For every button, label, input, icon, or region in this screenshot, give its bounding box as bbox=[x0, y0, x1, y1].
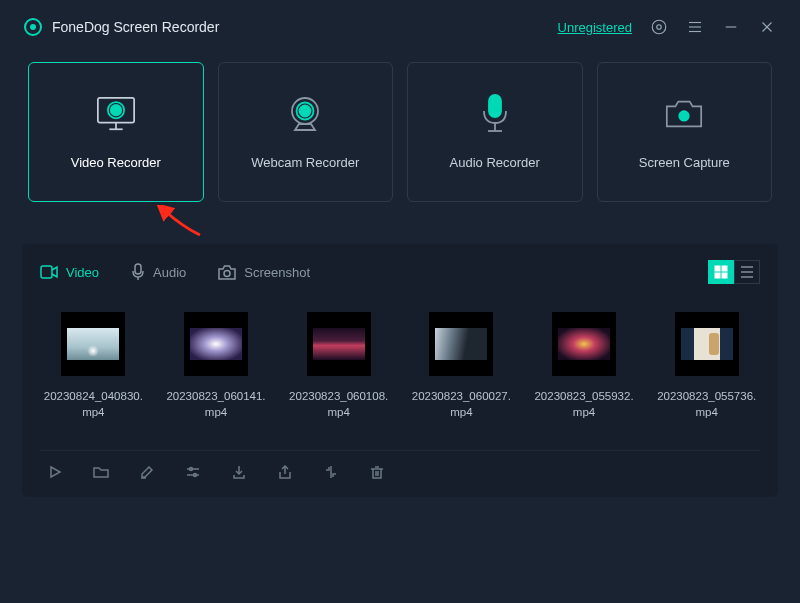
settings-sliders-icon[interactable] bbox=[184, 463, 202, 481]
mode-selector: Video Recorder Webcam Recorder Audio Rec… bbox=[0, 50, 800, 202]
tab-label: Audio bbox=[153, 265, 186, 280]
settings-icon[interactable] bbox=[650, 18, 668, 36]
file-name: 20230823_060108.mp4 bbox=[285, 388, 392, 420]
library-tabs: Video Audio Screenshot bbox=[40, 244, 760, 298]
tab-label: Screenshot bbox=[244, 265, 310, 280]
svg-rect-21 bbox=[41, 266, 52, 278]
svg-marker-32 bbox=[51, 467, 60, 477]
tab-audio[interactable]: Audio bbox=[131, 263, 186, 281]
tab-label: Video bbox=[66, 265, 99, 280]
svg-point-1 bbox=[657, 25, 662, 30]
svg-rect-28 bbox=[722, 273, 727, 278]
play-icon[interactable] bbox=[46, 463, 64, 481]
microphone-icon bbox=[474, 95, 516, 133]
mode-label: Webcam Recorder bbox=[251, 155, 359, 170]
registration-link[interactable]: Unregistered bbox=[558, 20, 632, 35]
title-right: Unregistered bbox=[558, 18, 776, 36]
folder-icon[interactable] bbox=[92, 463, 110, 481]
camera-icon bbox=[663, 95, 705, 133]
view-toggle bbox=[708, 260, 760, 284]
convert-icon[interactable] bbox=[322, 463, 340, 481]
thumbnail bbox=[184, 312, 248, 376]
thumbnail bbox=[61, 312, 125, 376]
annotation-arrow-icon bbox=[155, 205, 205, 240]
thumbnail bbox=[307, 312, 371, 376]
minimize-icon[interactable] bbox=[722, 18, 740, 36]
share-icon[interactable] bbox=[276, 463, 294, 481]
titlebar: FoneDog Screen Recorder Unregistered bbox=[0, 0, 800, 50]
mode-label: Video Recorder bbox=[71, 155, 161, 170]
menu-icon[interactable] bbox=[686, 18, 704, 36]
tab-video[interactable]: Video bbox=[40, 265, 99, 280]
file-name: 20230823_055932.mp4 bbox=[531, 388, 638, 420]
thumbnail bbox=[552, 312, 616, 376]
svg-point-24 bbox=[224, 270, 230, 276]
library-tabs-left: Video Audio Screenshot bbox=[40, 263, 310, 281]
list-view-button[interactable] bbox=[734, 260, 760, 284]
svg-rect-22 bbox=[135, 264, 141, 274]
file-name: 20230823_055736.mp4 bbox=[653, 388, 760, 420]
app-title: FoneDog Screen Recorder bbox=[52, 19, 219, 35]
file-name: 20230823_060027.mp4 bbox=[408, 388, 515, 420]
download-icon[interactable] bbox=[230, 463, 248, 481]
mode-audio-recorder[interactable]: Audio Recorder bbox=[407, 62, 583, 202]
svg-point-11 bbox=[111, 104, 122, 115]
trash-icon[interactable] bbox=[368, 463, 386, 481]
mode-video-recorder[interactable]: Video Recorder bbox=[28, 62, 204, 202]
file-item[interactable]: 20230823_060027.mp4 bbox=[408, 312, 515, 420]
webcam-icon bbox=[284, 95, 326, 133]
file-name: 20230824_040830.mp4 bbox=[40, 388, 147, 420]
svg-rect-25 bbox=[715, 266, 720, 271]
svg-rect-27 bbox=[715, 273, 720, 278]
svg-rect-16 bbox=[489, 95, 501, 117]
library-panel: Video Audio Screenshot 20230824_040830.m… bbox=[22, 244, 778, 497]
library-toolbar bbox=[40, 450, 760, 483]
thumbnail bbox=[675, 312, 739, 376]
svg-point-14 bbox=[300, 105, 311, 116]
tab-screenshot[interactable]: Screenshot bbox=[218, 265, 310, 280]
mode-screen-capture[interactable]: Screen Capture bbox=[597, 62, 773, 202]
mode-label: Audio Recorder bbox=[450, 155, 540, 170]
thumbnail bbox=[429, 312, 493, 376]
svg-point-0 bbox=[652, 20, 666, 34]
grid-view-button[interactable] bbox=[708, 260, 734, 284]
file-name: 20230823_060141.mp4 bbox=[163, 388, 270, 420]
monitor-icon bbox=[95, 95, 137, 133]
file-item[interactable]: 20230823_060108.mp4 bbox=[285, 312, 392, 420]
file-item[interactable]: 20230823_055736.mp4 bbox=[653, 312, 760, 420]
svg-rect-26 bbox=[722, 266, 727, 271]
title-left: FoneDog Screen Recorder bbox=[24, 18, 219, 36]
close-icon[interactable] bbox=[758, 18, 776, 36]
files-grid: 20230824_040830.mp4 20230823_060141.mp4 … bbox=[40, 298, 760, 450]
file-item[interactable]: 20230823_060141.mp4 bbox=[163, 312, 270, 420]
file-item[interactable]: 20230824_040830.mp4 bbox=[40, 312, 147, 420]
edit-icon[interactable] bbox=[138, 463, 156, 481]
mode-webcam-recorder[interactable]: Webcam Recorder bbox=[218, 62, 394, 202]
app-logo-icon bbox=[24, 18, 42, 36]
svg-point-19 bbox=[679, 111, 689, 121]
mode-label: Screen Capture bbox=[639, 155, 730, 170]
file-item[interactable]: 20230823_055932.mp4 bbox=[531, 312, 638, 420]
